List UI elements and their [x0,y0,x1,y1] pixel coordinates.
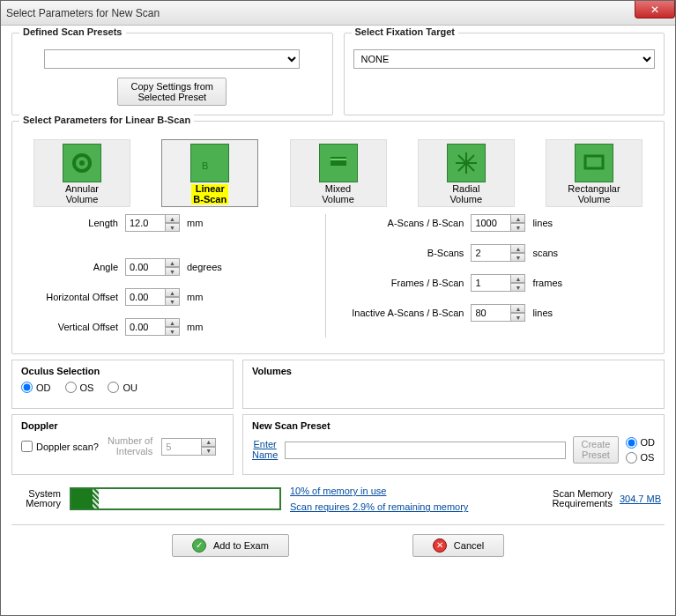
tile-radial-volume[interactable]: Radial Volume [418,139,515,207]
doppler-group: Doppler Doppler scan? Number of Interval… [11,414,234,475]
angle-input[interactable]: ▲▼ [125,258,180,276]
preset-od-radio[interactable]: OD [626,437,656,449]
spin-down-icon[interactable]: ▼ [166,297,180,306]
linear-icon: B [190,144,229,182]
doppler-check[interactable]: Doppler scan? [21,441,99,452]
tile-label: Linear B-Scan [191,184,228,204]
svg-rect-10 [585,156,603,168]
preset-name-input[interactable] [285,442,566,459]
create-preset-button[interactable]: Create Preset [573,436,618,464]
tile-linear-bscan[interactable]: B Linear B-Scan [161,139,258,207]
inactive-label: Inactive A-Scans / B-Scan [338,308,471,318]
ascans-unit: lines [525,218,553,228]
spin-down-icon[interactable]: ▼ [166,327,180,336]
add-label: Add to Exam [213,540,269,551]
tile-label: Mixed Volume [294,184,383,204]
preset-os-radio[interactable]: OS [626,452,656,464]
voff-input[interactable]: ▲▼ [125,318,180,336]
svg-point-2 [79,160,85,166]
inactive-unit: lines [525,308,553,318]
oculus-os-radio[interactable]: OS [65,382,94,393]
volumes-title: Volumes [252,366,655,376]
vertical-separator [325,214,326,338]
presets-select[interactable] [44,49,300,69]
mixed-icon [319,144,358,182]
spin-up-icon[interactable]: ▲ [511,214,525,223]
memory-label: System Memory [15,489,61,509]
volumes-group: Volumes [242,360,665,409]
fixation-title: Select Fixation Target [352,26,459,37]
spin-down-icon: ▼ [202,447,216,456]
tile-label: Annular Volume [38,184,126,204]
presets-title: Defined Scan Presets [19,26,126,37]
ok-icon [192,538,206,553]
spin-up-icon[interactable]: ▲ [166,288,180,297]
ascans-input[interactable]: ▲▼ [471,214,525,232]
spin-down-icon[interactable]: ▼ [511,283,525,292]
hoff-input[interactable]: ▲▼ [125,288,180,306]
rect-icon [575,144,613,182]
inactive-input[interactable]: ▲▼ [471,304,525,322]
radial-icon [447,144,486,182]
spin-up-icon[interactable]: ▲ [511,244,525,253]
oculus-title: Oculus Selection [21,366,224,376]
frames-unit: frames [525,278,562,288]
presets-group: Defined Scan Presets Copy Settings from … [11,33,333,115]
oculus-ou-radio[interactable]: OU [108,382,137,393]
tile-annular-volume[interactable]: Annular Volume [33,139,130,207]
length-input[interactable]: ▲▼ [125,214,180,232]
bscans-input[interactable]: ▲▼ [471,244,525,262]
spin-up-icon[interactable]: ▲ [511,304,525,313]
memory-need-text[interactable]: Scan requires 2.9% of remaining memory [290,501,468,512]
tile-label: Radial Volume [422,184,510,204]
spin-down-icon[interactable]: ▼ [511,223,525,232]
hoff-label: Horizontal Offset [28,292,125,302]
oculus-od-radio[interactable]: OD [21,382,51,393]
svg-rect-5 [331,159,346,160]
oculus-group: Oculus Selection OD OS OU [11,360,234,409]
intervals-input: ▲▼ [161,438,216,456]
spin-up-icon: ▲ [202,438,216,447]
spin-up-icon[interactable]: ▲ [166,258,180,267]
annular-icon [63,144,101,182]
new-preset-title: New Scan Preset [252,420,655,431]
cancel-button[interactable]: Cancel [412,534,504,557]
spin-down-icon[interactable]: ▼ [511,253,525,262]
spin-up-icon[interactable]: ▲ [166,214,180,223]
memory-used-bar [71,489,93,508]
cancel-label: Cancel [454,540,484,551]
cancel-icon [433,538,447,553]
close-button[interactable]: ✕ [635,1,675,19]
memory-req-value[interactable]: 304.7 MB [620,494,661,504]
svg-rect-4 [331,157,346,166]
fixation-group: Select Fixation Target NONE [344,33,665,115]
window-title: Select Parameters for New Scan [6,7,160,19]
memory-use-text[interactable]: 10% of memory in use [290,486,468,496]
angle-unit: degrees [180,262,222,272]
bscans-label: B-Scans [338,248,471,258]
length-label: Length [28,218,125,228]
tile-rectangular-volume[interactable]: Rectangular Volume [546,139,643,207]
tile-mixed-volume[interactable]: Mixed Volume [290,139,387,207]
doppler-title: Doppler [21,420,224,431]
memory-req-label: Scan Memory Requirements [552,489,612,509]
spin-down-icon[interactable]: ▼ [511,313,525,322]
copy-settings-button[interactable]: Copy Settings from Selected Preset [117,78,227,106]
spin-up-icon[interactable]: ▲ [511,274,525,283]
voff-unit: mm [180,322,203,332]
spin-up-icon[interactable]: ▲ [166,318,180,327]
scantype-title: Select Parameters for Linear B-Scan [19,115,194,125]
footer: Add to Exam Cancel [11,524,665,565]
svg-text:B: B [202,160,208,171]
memory-needed-bar [93,489,99,508]
fixation-select[interactable]: NONE [353,49,656,69]
enter-name-link[interactable]: Enter Name [252,440,278,460]
bscans-unit: scans [525,248,558,258]
spin-down-icon[interactable]: ▼ [166,223,180,232]
frames-label: Frames / B-Scan [338,278,471,288]
length-unit: mm [180,218,203,228]
angle-label: Angle [28,262,125,272]
spin-down-icon[interactable]: ▼ [166,267,180,276]
add-to-exam-button[interactable]: Add to Exam [172,534,289,557]
frames-input[interactable]: ▲▼ [471,274,525,292]
